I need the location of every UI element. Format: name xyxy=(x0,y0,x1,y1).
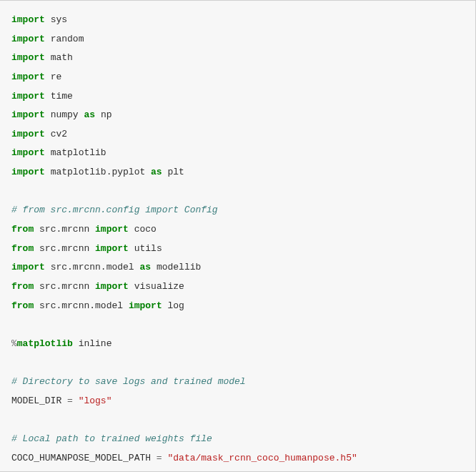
code-line: import random xyxy=(11,30,464,49)
string-literal: "logs" xyxy=(79,395,112,406)
code-line: MODEL_DIR = "logs" xyxy=(11,392,464,411)
keyword-import: import xyxy=(129,300,162,311)
code-line: import matplotlib.pyplot as plt xyxy=(11,163,464,182)
module-name: cv2 xyxy=(51,129,67,139)
keyword-import: import xyxy=(11,34,45,44)
module-name: math xyxy=(51,52,73,63)
code-line: import sys xyxy=(11,11,464,30)
string-literal: "data/mask_rcnn_coco_humanpose.h5" xyxy=(167,453,357,463)
keyword-import: import xyxy=(95,224,129,235)
keyword-import: import xyxy=(11,129,45,139)
keyword-import: import xyxy=(11,14,45,25)
keyword-import: import xyxy=(11,147,45,158)
keyword-import: import xyxy=(11,72,45,82)
code-line: import src.mrcnn.model as modellib xyxy=(11,258,464,277)
code-block: import sysimport randomimport mathimport… xyxy=(11,11,464,468)
alias-name: plt xyxy=(167,167,184,177)
code-line: from src.mrcnn import visualize xyxy=(11,277,464,297)
operator-equals: = xyxy=(157,453,162,463)
module-name: re xyxy=(51,72,62,82)
code-line xyxy=(11,410,464,430)
code-line: import math xyxy=(11,49,464,68)
keyword-import: import xyxy=(11,262,45,272)
keyword-from: from xyxy=(11,300,34,311)
module-name: src.mrcnn xyxy=(39,224,89,235)
module-name: time xyxy=(51,91,73,102)
keyword-from: from xyxy=(11,243,34,254)
identifier: MODEL_DIR xyxy=(11,395,61,406)
keyword-import: import xyxy=(11,52,45,63)
code-line: import time xyxy=(11,87,464,107)
imported-name: coco xyxy=(134,224,157,235)
magic-arg: inline xyxy=(79,338,112,349)
keyword-import: import xyxy=(11,109,45,120)
alias-name: np xyxy=(101,109,112,120)
code-line: import re xyxy=(11,68,464,87)
code-line: import matplotlib xyxy=(11,144,464,163)
code-line xyxy=(11,182,464,202)
module-name: src.mrcnn xyxy=(39,243,89,254)
alias-name: modellib xyxy=(157,262,201,272)
code-line: # Local path to trained weights file xyxy=(11,430,464,449)
module-name: sys xyxy=(51,14,67,25)
comment-text: # Local path to trained weights file xyxy=(11,433,212,444)
code-line xyxy=(11,354,464,373)
code-line: # from src.mrcnn.config import Config xyxy=(11,201,464,220)
module-name: src.mrcnn.model xyxy=(39,300,123,311)
module-name: src.mrcnn.model xyxy=(51,262,134,272)
code-line: # Directory to save logs and trained mod… xyxy=(11,373,464,392)
comment-text: # from src.mrcnn.config import Config xyxy=(11,205,218,215)
keyword-import: import xyxy=(95,243,129,254)
module-name: matplotlib xyxy=(51,147,106,158)
keyword-from: from xyxy=(11,281,34,292)
keyword-as: as xyxy=(151,167,162,177)
module-name: numpy xyxy=(51,109,79,120)
keyword-import: import xyxy=(95,281,129,292)
imported-name: visualize xyxy=(134,281,184,292)
module-name: random xyxy=(51,34,84,44)
magic-keyword: matplotlib xyxy=(17,338,73,349)
code-line: import numpy as np xyxy=(11,106,464,125)
keyword-from: from xyxy=(11,224,34,235)
keyword-as: as xyxy=(139,262,151,272)
keyword-as: as xyxy=(84,109,95,120)
keyword-import: import xyxy=(11,91,45,102)
comment-text: # Directory to save logs and trained mod… xyxy=(11,376,246,387)
code-line: from src.mrcnn.model import log xyxy=(11,297,464,316)
module-name: matplotlib.pyplot xyxy=(51,167,146,177)
code-line: from src.mrcnn import coco xyxy=(11,220,464,240)
code-line: %matplotlib inline xyxy=(11,335,464,354)
magic-operator: % xyxy=(11,338,17,349)
code-line: from src.mrcnn import utils xyxy=(11,240,464,259)
code-line: import cv2 xyxy=(11,125,464,144)
keyword-import: import xyxy=(11,167,45,177)
imported-name: utils xyxy=(134,243,162,254)
code-line xyxy=(11,315,464,335)
module-name: src.mrcnn xyxy=(39,281,89,292)
operator-equals: = xyxy=(67,395,73,406)
identifier: COCO_HUMANPOSE_MODEL_PATH xyxy=(11,453,151,463)
code-line: COCO_HUMANPOSE_MODEL_PATH = "data/mask_r… xyxy=(11,449,464,468)
imported-name: log xyxy=(168,300,184,311)
